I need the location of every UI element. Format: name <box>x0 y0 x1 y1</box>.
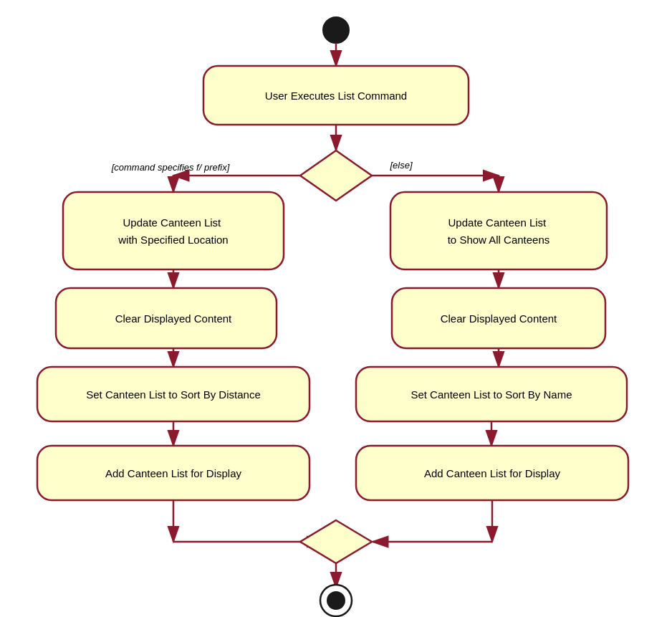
node-update-location <box>63 192 284 269</box>
node-sort-name-text: Set Canteen List to Sort By Name <box>411 388 572 401</box>
node-clear-right-text: Clear Displayed Content <box>441 312 557 325</box>
node-clear-left-text: Clear Displayed Content <box>115 312 232 325</box>
node-update-all <box>390 192 607 269</box>
end-node-inner <box>327 591 345 610</box>
decision2-node <box>300 520 372 563</box>
node-add-right-text: Add Canteen List for Display <box>424 467 561 479</box>
node-sort-distance-text: Set Canteen List to Sort By Distance <box>86 388 260 401</box>
decision1-node <box>300 150 372 201</box>
label-else: [else] <box>389 160 412 171</box>
label-prefix: [command specifies f/ prefix] <box>111 162 230 173</box>
start-node <box>323 17 349 43</box>
node-add-left-text: Add Canteen List for Display <box>105 467 242 479</box>
diagram-container: User Executes List Command [command spec… <box>0 0 672 617</box>
node-execute-text: User Executes List Command <box>265 90 407 102</box>
